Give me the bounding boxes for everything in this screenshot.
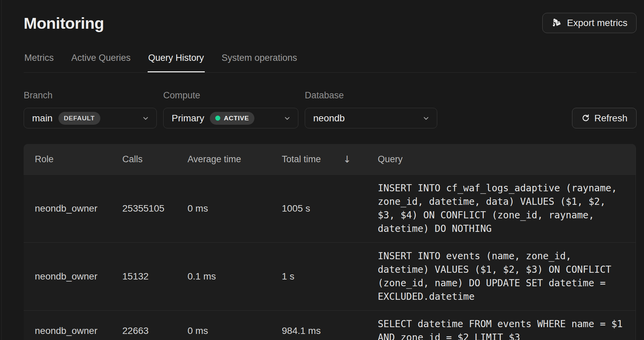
table-row[interactable]: neondb_owner 15132 0.1 ms 1 s INSERT INT… xyxy=(24,243,636,311)
active-badge-label: ACTIVE xyxy=(224,115,249,122)
chevron-down-icon xyxy=(284,115,291,122)
refresh-area: Refresh xyxy=(572,90,637,128)
compute-value: Primary xyxy=(172,113,204,124)
table-row[interactable]: neondb_owner 25355105 0 ms 1005 s INSERT… xyxy=(24,175,636,243)
tab-metrics[interactable]: Metrics xyxy=(24,52,54,72)
refresh-icon xyxy=(581,114,590,123)
cell-query: SELECT datetime FROM events WHERE name =… xyxy=(378,311,624,340)
filter-bar: Branch main DEFAULT Compute Primary ACTI… xyxy=(24,90,637,128)
column-header-average-time[interactable]: Average time xyxy=(188,154,282,165)
cell-total-time: 1005 s xyxy=(282,203,378,214)
cell-query: INSERT INTO cf_waf_logs_adaptive (raynam… xyxy=(378,175,624,242)
compute-select[interactable]: Primary ACTIVE xyxy=(163,108,298,128)
branch-value: main xyxy=(32,113,53,124)
database-select[interactable]: neondb xyxy=(305,108,437,128)
database-label: Database xyxy=(305,90,437,101)
table-header-row: Role Calls Average time Total time ↓ Que… xyxy=(24,144,636,175)
export-metrics-button[interactable]: Export metrics xyxy=(542,13,637,33)
cell-calls: 15132 xyxy=(122,271,188,282)
page-title: Monitoring xyxy=(24,13,104,33)
cell-average-time: 0 ms xyxy=(188,325,282,336)
datadog-dog-icon xyxy=(551,18,562,28)
cell-total-time: 1 s xyxy=(282,271,378,282)
column-header-query[interactable]: Query xyxy=(378,154,636,165)
total-time-label: Total time xyxy=(282,154,321,165)
tab-bar: Metrics Active Queries Query History Sys… xyxy=(24,52,637,73)
active-status-dot xyxy=(215,116,220,121)
tab-active-queries[interactable]: Active Queries xyxy=(71,52,131,72)
panel-edge-divider xyxy=(1,0,2,340)
monitoring-page: Monitoring Export metrics Metrics Active… xyxy=(0,0,644,340)
database-value: neondb xyxy=(313,113,345,124)
cell-total-time: 984.1 ms xyxy=(282,325,378,336)
cell-average-time: 0 ms xyxy=(188,203,282,214)
cell-role: neondb_owner xyxy=(35,325,122,336)
compute-label: Compute xyxy=(163,90,298,101)
default-badge: DEFAULT xyxy=(58,112,100,125)
tab-system-operations[interactable]: System operations xyxy=(221,52,298,72)
cell-query: INSERT INTO events (name, zone_id, datet… xyxy=(378,243,624,310)
export-metrics-label: Export metrics xyxy=(567,18,627,28)
tab-query-history[interactable]: Query History xyxy=(148,52,205,72)
cell-role: neondb_owner xyxy=(35,271,122,282)
active-badge: ACTIVE xyxy=(210,112,254,125)
database-filter: Database neondb xyxy=(305,90,437,128)
compute-filter: Compute Primary ACTIVE xyxy=(163,90,298,128)
chevron-down-icon xyxy=(142,115,149,122)
column-header-role[interactable]: Role xyxy=(35,154,122,165)
branch-label: Branch xyxy=(24,90,157,101)
cell-calls: 25355105 xyxy=(122,203,188,214)
branch-select[interactable]: main DEFAULT xyxy=(24,108,157,128)
refresh-button[interactable]: Refresh xyxy=(572,108,637,128)
page-header: Monitoring Export metrics xyxy=(24,13,637,33)
table-row[interactable]: neondb_owner 22663 0 ms 984.1 ms SELECT … xyxy=(24,311,636,340)
chevron-down-icon xyxy=(423,115,429,122)
branch-filter: Branch main DEFAULT xyxy=(24,90,157,128)
cell-calls: 22663 xyxy=(122,325,188,336)
column-header-calls[interactable]: Calls xyxy=(122,154,188,165)
column-header-total-time[interactable]: Total time ↓ xyxy=(282,154,378,165)
sort-descending-arrow-icon[interactable]: ↓ xyxy=(343,154,351,165)
query-history-table: Role Calls Average time Total time ↓ Que… xyxy=(24,144,636,340)
cell-role: neondb_owner xyxy=(35,203,122,214)
refresh-label: Refresh xyxy=(594,113,627,124)
cell-average-time: 0.1 ms xyxy=(188,271,282,282)
